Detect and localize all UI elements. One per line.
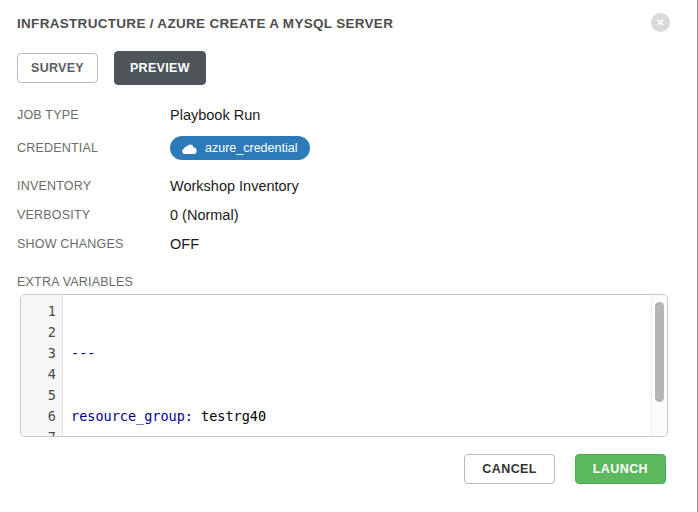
- line-number: 7: [21, 427, 62, 437]
- credential-label: CREDENTIAL: [17, 141, 170, 155]
- editor-line-number-gutter: 1 2 3 4 5 6 7: [21, 295, 63, 436]
- close-icon[interactable]: ✕: [651, 13, 670, 32]
- job-type-value: Playbook Run: [170, 107, 260, 123]
- modal-header: INFRASTRUCTURE / AZURE CREATE A MYSQL SE…: [0, 0, 697, 31]
- line-number: 5: [21, 385, 62, 406]
- tab-survey[interactable]: SURVEY: [17, 53, 98, 83]
- line-number: 3: [21, 343, 62, 364]
- inventory-label: INVENTORY: [17, 179, 170, 193]
- tab-preview[interactable]: PREVIEW: [114, 51, 206, 85]
- verbosity-value: 0 (Normal): [170, 207, 238, 223]
- modal-footer: CANCEL LAUNCH: [464, 454, 666, 484]
- show-changes-value: OFF: [170, 236, 199, 252]
- extra-variables-label: EXTRA VARIABLES: [17, 275, 680, 289]
- launch-preview-modal: INFRASTRUCTURE / AZURE CREATE A MYSQL SE…: [0, 0, 698, 512]
- tabs-row: SURVEY PREVIEW: [0, 31, 697, 85]
- row-inventory: INVENTORY Workshop Inventory: [17, 178, 680, 194]
- cancel-button[interactable]: CANCEL: [464, 454, 554, 484]
- verbosity-label: VERBOSITY: [17, 208, 170, 222]
- row-show-changes: SHOW CHANGES OFF: [17, 236, 680, 252]
- extra-variables-section: EXTRA VARIABLES 1 2 3 4 5 6 7 --- resour…: [0, 265, 697, 437]
- scrollbar-thumb[interactable]: [655, 302, 664, 402]
- credential-badge[interactable]: azure_credential: [170, 136, 310, 160]
- job-type-label: JOB TYPE: [17, 108, 170, 122]
- line-number: 4: [21, 364, 62, 385]
- show-changes-label: SHOW CHANGES: [17, 237, 170, 251]
- line-number: 2: [21, 322, 62, 343]
- extra-variables-editor[interactable]: 1 2 3 4 5 6 7 --- resource_group: testrg…: [20, 294, 668, 437]
- code-line: resource_group: testrg40: [71, 406, 651, 427]
- inventory-value: Workshop Inventory: [170, 178, 299, 194]
- code-line: ---: [71, 343, 651, 364]
- modal-title: INFRASTRUCTURE / AZURE CREATE A MYSQL SE…: [17, 16, 680, 31]
- details-section: JOB TYPE Playbook Run CREDENTIAL azure_c…: [0, 85, 697, 252]
- cloud-icon: [181, 143, 197, 154]
- row-verbosity: VERBOSITY 0 (Normal): [17, 207, 680, 223]
- row-job-type: JOB TYPE Playbook Run: [17, 107, 680, 123]
- launch-button[interactable]: LAUNCH: [575, 454, 666, 484]
- row-credential: CREDENTIAL azure_credential: [17, 136, 680, 160]
- line-number: 6: [21, 406, 62, 427]
- editor-code-area[interactable]: --- resource_group: testrg40 location: e…: [64, 295, 651, 436]
- credential-badge-label: azure_credential: [205, 141, 297, 155]
- line-number: 1: [21, 301, 62, 322]
- editor-scrollbar[interactable]: [651, 295, 667, 436]
